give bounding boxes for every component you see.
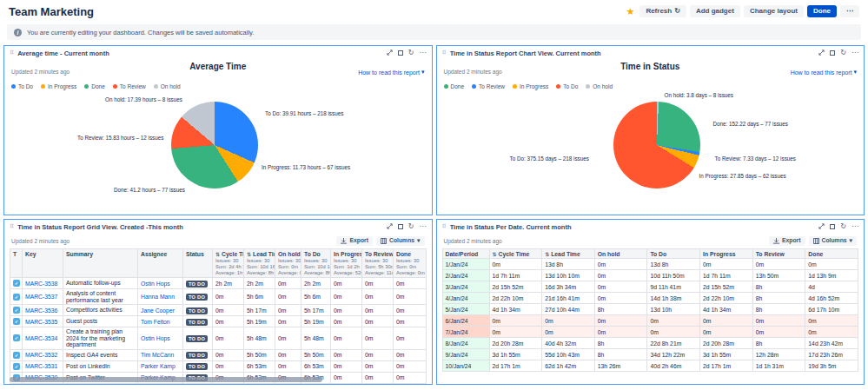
legend-item-to-review[interactable]: To Review (113, 83, 146, 89)
column-header-on-hold[interactable]: On hold (594, 249, 647, 259)
how-to-link[interactable]: How to read this report ▾ (358, 69, 424, 76)
date-row[interactable]: 4/Jan/242d 22h 10m21d 16h 41m0m14d 1h 38… (442, 293, 858, 304)
issue-key-link[interactable]: MARC-3534 (25, 335, 57, 341)
legend-item-to-do[interactable]: To Do (556, 83, 578, 89)
column-header-lead-time[interactable]: ⇅Lead TimeIssues: 30Sum: 10d 16h 24mAver… (244, 249, 275, 278)
change-layout-button[interactable]: Change layout (744, 5, 804, 17)
refresh-gadget-icon[interactable]: ↻ (408, 223, 414, 230)
drag-handle-icon[interactable]: ⠿ (10, 223, 14, 230)
fullscreen-icon[interactable] (830, 224, 835, 229)
column-header-lead-time[interactable]: ⇅Lead Time (542, 249, 595, 259)
drag-handle-icon[interactable]: ⠿ (442, 223, 447, 230)
sort-icon[interactable]: ⇅ (545, 251, 549, 257)
issue-row[interactable]: ✓MARC-3538Automatic follow-upsOstin Hops… (10, 278, 427, 289)
gadget-more-icon[interactable]: ⋯ (420, 223, 427, 230)
refresh-gadget-icon[interactable]: ↻ (840, 223, 846, 230)
fullscreen-icon[interactable] (398, 224, 403, 229)
issue-key-link[interactable]: MARC-3532 (25, 352, 57, 358)
column-header-in-progress[interactable]: In ProgressIssues: 30Sum: 1d 2hAverage: … (331, 249, 362, 278)
fullscreen-icon[interactable] (398, 50, 403, 56)
assignee-link[interactable]: Ostin Hops (141, 335, 170, 341)
refresh-gadget-icon[interactable]: ↻ (408, 50, 414, 56)
issue-key-link[interactable]: MARC-3538 (25, 281, 57, 287)
column-header-cycle-time[interactable]: ⇅Cycle TimeIssues: 30Sum: 2d 4h 35mAvera… (213, 249, 244, 278)
date-row[interactable]: 10/Jan/242d 17h 1m62d 1h 42m13h 26m40d 2… (442, 360, 858, 372)
legend-item-done[interactable]: Done (84, 83, 105, 89)
horizontal-scrollbar[interactable] (10, 377, 322, 382)
date-row[interactable]: 1/Jan/240m13d 8h0m13d 8h0m0m0m (442, 259, 858, 270)
sort-icon[interactable]: ⇅ (215, 251, 220, 257)
issue-row[interactable]: ✓MARC-3535Guest postsTom FeltonTO DO0m5h… (10, 316, 427, 327)
column-header-key[interactable]: Key (23, 249, 63, 278)
date-row[interactable]: 8/Jan/242d 20h 28m40d 4h 32m8h22d 8h 21m… (442, 338, 858, 349)
time-in-status-pie-chart[interactable] (613, 102, 700, 188)
gadget-more-icon[interactable]: ⋯ (851, 50, 858, 56)
issue-row[interactable]: ✓MARC-3532Inspect GA4 eventsTim McCannTO… (10, 349, 427, 360)
trend-chart-icon[interactable] (59, 281, 60, 287)
column-header-to-do[interactable]: To Do (647, 249, 700, 259)
issue-key-link[interactable]: MARC-3535 (25, 319, 57, 325)
column-header-on-hold[interactable]: On holdIssues: 30Sum: 0mAverage: 0m (275, 249, 301, 278)
legend-item-on-hold[interactable]: On hold (586, 83, 613, 89)
maximize-icon[interactable] (818, 50, 825, 57)
legend-item-to-review[interactable]: To Review (472, 83, 505, 89)
column-header-to-review[interactable]: To Review (752, 249, 805, 259)
issue-key-link[interactable]: MARC-3536 (25, 307, 57, 314)
more-button[interactable]: ⋯ (840, 5, 859, 17)
average-time-pie-chart[interactable] (171, 102, 258, 188)
trend-chart-icon[interactable] (59, 335, 60, 341)
maximize-icon[interactable] (818, 223, 825, 231)
fullscreen-icon[interactable] (830, 50, 835, 56)
issue-row[interactable]: ✓MARC-3536Competitors activitiesJane Coo… (10, 305, 427, 316)
sort-icon[interactable]: ⇅ (247, 251, 251, 257)
favorite-star-icon[interactable]: ★ (626, 6, 635, 17)
assignee-link[interactable]: Jane Cooper (141, 307, 175, 314)
legend-item-done[interactable]: Done (444, 83, 465, 89)
sort-icon[interactable]: ⇅ (493, 251, 497, 257)
drag-handle-icon[interactable]: ⠿ (442, 50, 447, 56)
maximize-icon[interactable] (387, 223, 393, 231)
issue-key-link[interactable]: MARC-3531 (25, 363, 57, 369)
assignee-link[interactable]: Tim McCann (141, 352, 174, 358)
trend-chart-icon[interactable] (59, 294, 60, 300)
date-row[interactable]: 3/Jan/242d 15h 52m16d 3h 34m0m9d 11h 41m… (442, 281, 858, 293)
column-header-summary[interactable]: Summary (63, 249, 138, 278)
columns-button[interactable]: Columns ▾ (376, 236, 425, 246)
issue-row[interactable]: ✓MARC-3531Post on LinkedInParker KampTO … (10, 360, 427, 372)
legend-item-to-do[interactable]: To Do (11, 83, 33, 89)
trend-chart-icon[interactable] (59, 319, 60, 325)
assignee-link[interactable]: Hanna Mann (141, 294, 175, 300)
column-header-assignee[interactable]: Assignee (138, 249, 183, 278)
column-header-t[interactable]: T (10, 249, 23, 278)
trend-chart-icon[interactable] (59, 307, 60, 314)
export-button[interactable]: Export (769, 236, 805, 246)
assignee-link[interactable]: Parker Kamp (141, 363, 176, 369)
assignee-link[interactable]: Tom Felton (141, 319, 170, 325)
column-header-done[interactable]: Done (805, 249, 858, 259)
date-row[interactable]: 9/Jan/243d 1h 55m55d 10h 43m8h34d 12h 22… (442, 349, 858, 360)
column-header-to-review[interactable]: To ReviewIssues: 30Sum: 5h 30mAverage: 1… (362, 249, 394, 278)
refresh-button[interactable]: Refresh ↻ (639, 5, 686, 17)
trend-chart-icon[interactable] (59, 352, 60, 358)
legend-item-on-hold[interactable]: On hold (154, 83, 181, 89)
column-header-date-period[interactable]: Date/Period (442, 249, 489, 259)
done-button[interactable]: Done (807, 5, 837, 17)
column-header-cycle-time[interactable]: ⇅Cycle Time (489, 249, 542, 259)
trend-chart-icon[interactable] (59, 363, 60, 369)
add-gadget-button[interactable]: Add gadget (690, 5, 740, 17)
date-row[interactable]: 2/Jan/241d 7h 11m13d 10h 10m0m10d 11h 50… (442, 270, 858, 281)
maximize-icon[interactable] (387, 50, 393, 57)
assignee-link[interactable]: Ostin Hops (141, 281, 170, 287)
refresh-gadget-icon[interactable]: ↻ (840, 50, 846, 56)
export-button[interactable]: Export (336, 236, 373, 246)
column-header-status[interactable]: Status (183, 249, 213, 278)
how-to-link[interactable]: How to read this report ▾ (791, 69, 857, 76)
issue-key-link[interactable]: MARC-3537 (25, 294, 57, 300)
issue-row[interactable]: ✓MARC-3534Create a training plan 2024 fo… (10, 327, 427, 350)
gadget-more-icon[interactable]: ⋯ (420, 50, 427, 56)
legend-item-in-progress[interactable]: In Progress (513, 83, 548, 89)
legend-item-in-progress[interactable]: In Progress (41, 83, 76, 89)
drag-handle-icon[interactable]: ⠿ (10, 50, 14, 56)
issue-row[interactable]: ✓MARC-3537Analysis of content performanc… (10, 289, 427, 305)
column-header-done[interactable]: DoneIssues: 30Sum: 0mAverage: 0m (394, 249, 427, 278)
